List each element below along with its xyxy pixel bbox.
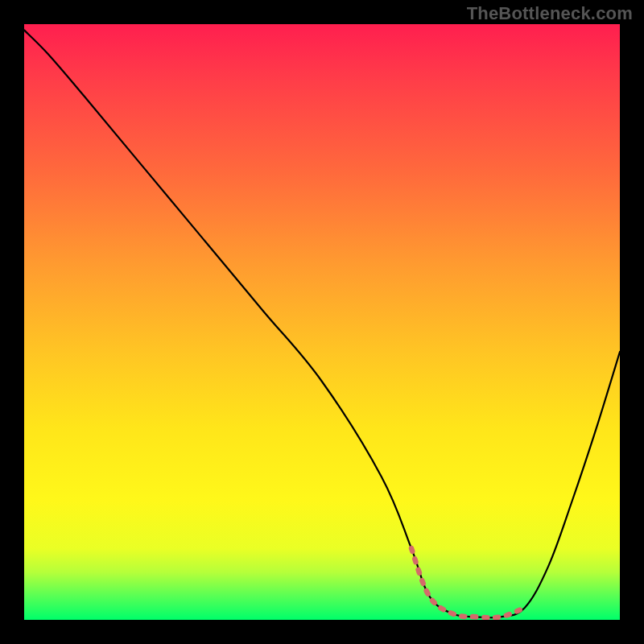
optimal-range-highlight-path [411,548,525,617]
chart-frame: TheBottleneck.com [0,0,644,644]
highlight-layer [24,24,620,620]
plot-area [24,24,620,620]
watermark-text: TheBottleneck.com [467,3,633,24]
